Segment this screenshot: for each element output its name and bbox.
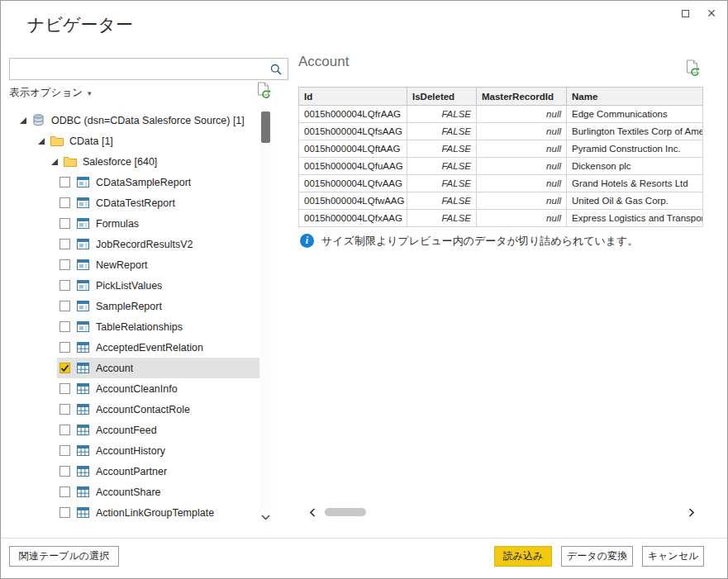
load-button[interactable]: 読み込み xyxy=(494,546,552,567)
tree-item-Formulas[interactable]: Formulas xyxy=(57,213,259,234)
refresh-preview-icon[interactable] xyxy=(685,59,700,80)
report-icon xyxy=(77,197,90,208)
info-icon: i xyxy=(300,234,314,248)
tree-item-SampleReport[interactable]: SampleReport xyxy=(57,296,259,316)
report-icon xyxy=(77,218,90,229)
scroll-down-icon[interactable] xyxy=(259,515,272,520)
cell-id: 0015h000004LQfuAAG xyxy=(299,158,407,175)
checkbox-unchecked[interactable] xyxy=(59,342,70,353)
checkbox-unchecked[interactable] xyxy=(59,486,70,497)
cell-id: 0015h000004LQfrAAG xyxy=(299,106,407,123)
tree-item-CDataTestReport[interactable]: CDataTestReport xyxy=(57,192,259,213)
maximize-button[interactable] xyxy=(676,4,694,22)
truncation-notice-text: サイズ制限よりプレビュー内のデータが切り詰められています。 xyxy=(321,234,638,248)
tree-node-cdata[interactable]: CData [1] xyxy=(9,131,259,151)
search-box[interactable] xyxy=(9,58,288,80)
checkbox-unchecked[interactable] xyxy=(59,445,70,456)
expander-icon[interactable] xyxy=(19,116,26,124)
close-button[interactable]: × xyxy=(702,4,721,22)
checkbox-unchecked[interactable] xyxy=(59,301,70,311)
tree-item-AccountShare[interactable]: AccountShare xyxy=(57,482,259,502)
report-icon xyxy=(77,259,90,270)
tree-node-odbc[interactable]: ODBC (dsn=CData Salesforce Source) [1] xyxy=(9,110,259,131)
table-icon xyxy=(77,466,90,477)
checkbox-unchecked[interactable] xyxy=(59,218,70,229)
navigator-tree: ODBC (dsn=CData Salesforce Source) [1] C… xyxy=(9,110,259,523)
checkbox-unchecked[interactable] xyxy=(59,466,70,477)
tree-item-AccountContactRole[interactable]: AccountContactRole xyxy=(57,399,259,420)
checkbox-unchecked[interactable] xyxy=(59,259,70,270)
table-row: 0015h000004LQfwAAGFALSEnullUnited Oil & … xyxy=(299,192,703,210)
tree-item-label: AccountHistory xyxy=(96,445,165,457)
column-header-name[interactable]: Name xyxy=(567,88,703,106)
tree-item-CDataSampleReport[interactable]: CDataSampleReport xyxy=(57,172,259,192)
search-icon[interactable] xyxy=(264,64,288,75)
checkbox-unchecked[interactable] xyxy=(59,425,70,435)
tree-items: CDataSampleReportCDataTestReportFormulas… xyxy=(9,172,259,523)
tree-item-AccountPartner[interactable]: AccountPartner xyxy=(57,461,259,482)
transform-data-button[interactable]: データの変換 xyxy=(561,546,633,567)
checkbox-unchecked[interactable] xyxy=(59,197,70,208)
table-icon xyxy=(77,404,90,415)
tree-item-AcceptedEventRelation[interactable]: AcceptedEventRelation xyxy=(57,337,259,358)
scroll-left-icon[interactable] xyxy=(310,508,316,517)
checkbox-unchecked[interactable] xyxy=(59,383,70,394)
tree-item-JobRecordResultsV2[interactable]: JobRecordResultsV2 xyxy=(57,234,259,254)
column-header-masterrecordid[interactable]: MasterRecordId xyxy=(477,88,567,106)
checkbox-unchecked[interactable] xyxy=(59,321,70,332)
cell-masterrecordid: null xyxy=(477,175,567,192)
tree-scrollbar[interactable] xyxy=(259,110,272,523)
report-icon xyxy=(77,280,90,291)
select-related-tables-button[interactable]: 関連テーブルの選択 xyxy=(9,546,119,567)
scrollbar-thumb[interactable] xyxy=(325,508,366,516)
cell-id: 0015h000004LQfwAAG xyxy=(299,192,407,210)
checkbox-checked[interactable] xyxy=(59,363,70,373)
table-icon xyxy=(77,486,90,497)
window-controls: × xyxy=(676,4,721,22)
table-icon xyxy=(77,342,90,353)
cell-name: Express Logistics and Transport xyxy=(567,210,703,227)
search-input[interactable] xyxy=(10,59,264,79)
display-options-label: 表示オプション xyxy=(9,86,83,100)
checkbox-unchecked[interactable] xyxy=(59,177,70,187)
folder-icon xyxy=(50,135,64,146)
scroll-right-icon[interactable] xyxy=(688,508,694,517)
tree-item-TableRelationships[interactable]: TableRelationships xyxy=(57,316,259,337)
checkbox-unchecked[interactable] xyxy=(59,280,70,291)
preview-title: Account xyxy=(298,54,349,70)
cell-name: United Oil & Gas Corp. xyxy=(567,192,703,210)
cancel-button[interactable]: キャンセル xyxy=(642,546,704,567)
display-options-dropdown[interactable]: 表示オプション ▾ xyxy=(9,84,92,102)
cell-masterrecordid: null xyxy=(477,140,567,158)
column-header-isdeleted[interactable]: IsDeleted xyxy=(407,88,477,106)
checkbox-unchecked[interactable] xyxy=(59,507,70,518)
tree-item-label: Account xyxy=(96,363,133,374)
tree-item-PickListValues[interactable]: PickListValues xyxy=(57,275,259,296)
expander-icon[interactable] xyxy=(50,158,58,165)
tree-item-Account[interactable]: Account xyxy=(57,358,259,378)
checkbox-unchecked[interactable] xyxy=(59,239,70,249)
report-icon xyxy=(77,177,90,187)
tree-item-AccountHistory[interactable]: AccountHistory xyxy=(57,440,259,461)
dialog-title: ナビゲーター xyxy=(27,13,133,36)
tree-item-NewReport[interactable]: NewReport xyxy=(57,254,259,275)
tree-item-label: AccountContactRole xyxy=(96,404,190,415)
column-header-id[interactable]: Id xyxy=(299,88,407,106)
tree-item-AccountFeed[interactable]: AccountFeed xyxy=(57,420,259,440)
table-row: 0015h000004LQfsAAGFALSEnullBurlington Te… xyxy=(299,123,703,140)
tree-node-label: CData [1] xyxy=(69,135,113,147)
tree-node-label: Salesforce [640] xyxy=(83,156,157,168)
checkbox-unchecked[interactable] xyxy=(59,404,70,415)
tree-item-AccountCleanInfo[interactable]: AccountCleanInfo xyxy=(57,378,259,399)
scrollbar-thumb[interactable] xyxy=(261,112,270,143)
table-row: 0015h000004LQfuAAGFALSEnullDickenson plc xyxy=(299,158,703,175)
cell-masterrecordid: null xyxy=(477,192,567,210)
tree-item-ActionLinkGroupTemplate[interactable]: ActionLinkGroupTemplate xyxy=(57,502,259,523)
preview-h-scrollbar[interactable] xyxy=(298,505,702,520)
refresh-list-icon[interactable] xyxy=(256,82,271,102)
tree-node-salesforce[interactable]: Salesforce [640] xyxy=(9,151,259,172)
tree-item-label: NewReport xyxy=(96,259,148,271)
expander-icon[interactable] xyxy=(37,137,45,145)
table-icon xyxy=(77,445,90,456)
tree-item-label: AccountPartner xyxy=(96,466,167,477)
